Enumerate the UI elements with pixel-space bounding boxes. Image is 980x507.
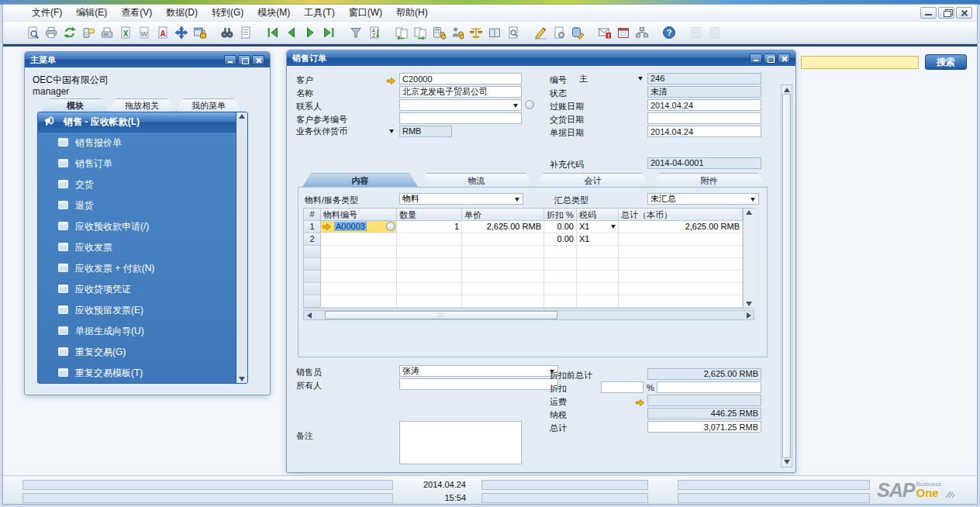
cell-tax[interactable]: X1	[577, 233, 619, 246]
cell-discount[interactable]	[544, 271, 577, 283]
scroll-down-icon[interactable]	[784, 460, 790, 464]
document-date-input[interactable]	[647, 126, 761, 137]
send-message-icon[interactable]	[60, 23, 79, 42]
cell-num[interactable]	[304, 271, 321, 283]
print-icon[interactable]	[42, 23, 60, 42]
app-restore-button[interactable]	[938, 7, 954, 19]
launch-application-icon[interactable]	[172, 23, 191, 42]
first-record-icon[interactable]	[264, 23, 282, 42]
column-header-total[interactable]: 总计（本币）	[619, 209, 743, 221]
sales-order-tab-logistics[interactable]: 物流	[419, 173, 534, 187]
app-close-button[interactable]	[956, 7, 972, 19]
discount-percent-input[interactable]	[601, 381, 644, 393]
print-preview-icon[interactable]	[23, 23, 42, 42]
cell-qty[interactable]	[397, 246, 462, 258]
owner-input[interactable]	[399, 378, 558, 390]
cell-item[interactable]	[321, 283, 397, 295]
cell-item[interactable]: A00003	[321, 221, 397, 233]
query-list-icon[interactable]	[236, 23, 255, 42]
cell-discount[interactable]: 0.00	[544, 233, 577, 246]
column-header-tax[interactable]: 税码	[577, 209, 619, 221]
cell-item[interactable]	[321, 246, 397, 258]
customer-input[interactable]	[399, 73, 522, 84]
cell-item[interactable]	[321, 271, 397, 283]
cell-item[interactable]	[321, 233, 397, 246]
cell-price[interactable]	[462, 283, 544, 295]
lock-screen-icon[interactable]	[191, 23, 209, 42]
table-horizontal-scrollbar[interactable]: ∶∶∶	[303, 310, 754, 320]
close-button[interactable]	[778, 53, 790, 64]
cell-price[interactable]	[462, 258, 544, 271]
cell-tax[interactable]	[577, 246, 619, 258]
cell-total[interactable]	[619, 246, 743, 258]
posting-date-input[interactable]	[647, 99, 761, 111]
export-pdf-icon[interactable]: A	[154, 23, 172, 42]
cell-total[interactable]	[619, 295, 743, 308]
cell-price[interactable]: 2,625.00 RMB	[462, 221, 544, 233]
column-header-price[interactable]: 单价	[462, 209, 544, 221]
menubar-item-tools[interactable]: 工具(T)	[297, 4, 341, 22]
cell-total[interactable]	[619, 258, 743, 271]
cell-num[interactable]	[304, 283, 321, 295]
cell-num[interactable]	[304, 295, 321, 308]
sales-order-titlebar[interactable]: 销售订单	[287, 50, 795, 66]
help-icon[interactable]: ?	[660, 23, 678, 42]
grand-total-value[interactable]	[647, 421, 761, 433]
column-header-qty[interactable]: 数量	[397, 209, 462, 221]
close-button[interactable]	[252, 55, 264, 65]
menubar-item-goto[interactable]: 转到(G)	[205, 4, 250, 22]
volume-weight-icon[interactable]	[467, 23, 485, 42]
link-arrow-icon[interactable]	[322, 222, 332, 233]
window-vertical-scrollbar[interactable]	[781, 84, 792, 467]
doc-series-dropdown[interactable]: 主	[579, 73, 646, 84]
menu-item[interactable]: 单据生成向导(U)	[38, 321, 236, 342]
menu-item[interactable]: 应收预留发票(E)	[38, 300, 236, 321]
maximize-button[interactable]	[238, 55, 250, 65]
menubar-item-help[interactable]: 帮助(H)	[389, 4, 435, 22]
cell-discount[interactable]	[544, 283, 577, 295]
cell-tax[interactable]: X1	[577, 221, 619, 233]
gross-profit-icon[interactable]	[448, 23, 467, 42]
menubar-item-edit[interactable]: 编辑(E)	[69, 4, 114, 22]
search-button[interactable]: 搜索	[925, 54, 967, 70]
cell-num[interactable]: 2	[304, 233, 321, 246]
cell-num[interactable]: 1	[304, 221, 321, 233]
sales-order-tab-accounting[interactable]: 会计	[535, 173, 650, 187]
copy-to-icon[interactable]	[411, 23, 430, 42]
cell-discount[interactable]	[544, 246, 577, 258]
scroll-up-icon[interactable]	[239, 114, 245, 119]
minimize-button[interactable]	[224, 55, 236, 65]
cell-qty[interactable]	[397, 283, 462, 295]
main-menu-tab-modules[interactable]: 模块	[43, 98, 108, 112]
sales-employee-dropdown[interactable]: 张涛	[399, 365, 558, 377]
cell-price[interactable]	[462, 233, 544, 246]
cell-discount[interactable]	[544, 295, 577, 308]
cell-discount[interactable]	[544, 258, 577, 271]
cell-price[interactable]	[462, 246, 544, 258]
summary-type-dropdown[interactable]: 未汇总	[647, 193, 759, 205]
document-preview-icon[interactable]	[504, 23, 523, 42]
customer-name-input[interactable]	[399, 86, 522, 98]
fax-icon[interactable]	[98, 23, 116, 42]
user-settings-icon[interactable]	[568, 23, 587, 42]
last-record-icon[interactable]	[319, 23, 338, 42]
scroll-down-icon[interactable]	[239, 377, 245, 381]
link-arrow-icon[interactable]	[386, 74, 396, 83]
previous-record-icon[interactable]	[282, 23, 301, 42]
alerts-icon[interactable]	[595, 23, 614, 42]
export-excel-icon[interactable]: X	[116, 23, 135, 42]
delivery-date-input[interactable]	[647, 112, 761, 124]
cell-num[interactable]	[304, 258, 321, 271]
search-input[interactable]	[801, 56, 919, 69]
menubar-item-data[interactable]: 数据(D)	[159, 4, 205, 22]
cell-tax[interactable]	[577, 271, 619, 283]
scroll-down-icon[interactable]	[746, 302, 752, 306]
cell-price[interactable]	[462, 295, 544, 308]
menu-item[interactable]: 销售报价单	[38, 133, 236, 153]
cell-tax[interactable]	[577, 258, 619, 271]
sort-icon[interactable]: AZ	[365, 23, 384, 42]
customer-ref-input[interactable]	[399, 112, 522, 124]
cell-total[interactable]	[619, 233, 743, 246]
cell-tax[interactable]	[577, 283, 619, 295]
cell-total[interactable]: 2,625.00 RMB	[619, 221, 743, 233]
